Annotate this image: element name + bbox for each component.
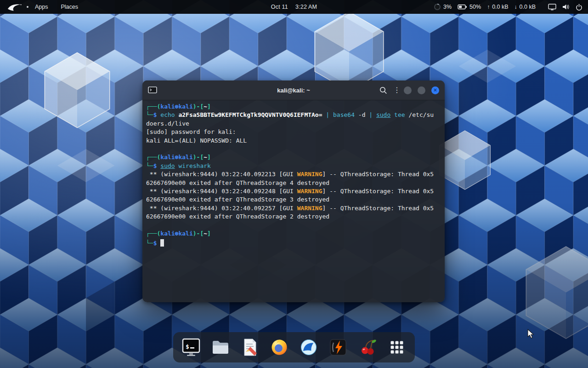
menu-apps[interactable]: Apps bbox=[28, 0, 55, 14]
cpu-graph-icon bbox=[434, 3, 441, 11]
terminal-text-segment: ] bbox=[207, 230, 211, 237]
terminal-window-icon bbox=[148, 86, 157, 94]
terminal-line: ** (wireshark:9444) 03:22:40.092257 [GUI… bbox=[146, 204, 441, 213]
terminal-line: 62667690e00 exited after QThreadStorage … bbox=[146, 179, 441, 187]
dock-text-editor[interactable] bbox=[239, 337, 260, 358]
terminal-line: 62667690e00 exited after QThreadStorage … bbox=[146, 196, 441, 204]
terminal-text-segment: ] bbox=[207, 103, 211, 110]
panel-left: Apps Places bbox=[0, 0, 85, 14]
terminal-line: ** (wireshark:9444) 03:22:40.092213 [GUI… bbox=[146, 170, 441, 178]
mouse-pointer bbox=[527, 329, 535, 339]
terminal-line: kali ALL=(ALL) NOPASSWD: ALL bbox=[146, 137, 441, 145]
display-indicator[interactable] bbox=[548, 0, 556, 14]
firefox-icon bbox=[269, 337, 290, 358]
dock-file-manager[interactable] bbox=[210, 337, 231, 358]
cpu-value: 3% bbox=[443, 4, 452, 10]
terminal-text-segment: 62667690e00 exited after QThreadStorage … bbox=[146, 213, 329, 220]
terminal-text-segment: ~ bbox=[204, 103, 207, 110]
terminal-text-segment: $ bbox=[153, 162, 161, 169]
terminal-text-segment: ] -- QThreadStorage: Thread 0x5 bbox=[322, 188, 434, 195]
dock-terminal[interactable]: $ bbox=[181, 337, 202, 358]
terminal-text-segment: WARNING bbox=[297, 171, 322, 178]
terminal-line bbox=[146, 221, 441, 230]
terminal-text-segment: └─ bbox=[146, 111, 153, 118]
terminal-text-segment: ┌──( bbox=[146, 154, 160, 161]
terminal-text-segment: kali⊛kali bbox=[160, 103, 192, 110]
terminal-text-segment: base64 bbox=[333, 111, 358, 118]
battery-icon bbox=[458, 4, 467, 10]
terminal-text-segment: kali ALL=(ALL) NOPASSWD: ALL bbox=[146, 137, 247, 144]
cherrytree-icon bbox=[357, 337, 378, 358]
burpsuite-icon bbox=[328, 337, 349, 358]
top-panel: Apps Places Oct 11 3:22 AM 3% 50% ↑ 0.0 … bbox=[0, 0, 588, 14]
upload-arrow-icon: ↑ bbox=[487, 4, 490, 10]
panel-right: 3% 50% ↑ 0.0 kB ↓ 0.0 kB bbox=[434, 0, 588, 14]
clock-time: 3:22 AM bbox=[295, 4, 317, 10]
terminal-line: └─$ echo a2FsaSBBTEw9KEFMTCkgTk9QQVNTV0Q… bbox=[146, 111, 441, 119]
dock-cherrytree[interactable] bbox=[357, 337, 378, 358]
terminal-line: ** (wireshark:9444) 03:22:40.092248 [GUI… bbox=[146, 187, 441, 196]
terminal-text-segment bbox=[390, 111, 394, 118]
search-icon[interactable] bbox=[379, 86, 387, 94]
net-down-value: 0.0 kB bbox=[520, 4, 536, 10]
terminal-text-segment: $ bbox=[153, 240, 161, 247]
net-down-indicator[interactable]: ↓ 0.0 kB bbox=[514, 0, 536, 14]
terminal-text-segment: tee bbox=[394, 111, 405, 118]
terminal-text-segment: | bbox=[326, 111, 333, 118]
kali-menu-button[interactable] bbox=[6, 0, 24, 14]
terminal-text-segment: sudo bbox=[376, 111, 390, 118]
terminal-text-segment: wireshark bbox=[178, 162, 210, 169]
terminal-text-segment: 62667690e00 exited after QThreadStorage … bbox=[146, 179, 329, 186]
download-arrow-icon: ↓ bbox=[514, 4, 517, 10]
menu-kebab-icon[interactable]: ⋮ bbox=[393, 86, 398, 94]
menu-places[interactable]: Places bbox=[55, 0, 85, 14]
battery-value: 50% bbox=[469, 4, 481, 10]
terminal-body[interactable]: ┌──(kali⊛kali)-[~]└─$ echo a2FsaSBBTEw9K… bbox=[142, 100, 445, 302]
power-indicator[interactable] bbox=[576, 0, 582, 14]
dock-burpsuite[interactable] bbox=[328, 337, 349, 358]
net-up-indicator[interactable]: ↑ 0.0 kB bbox=[487, 0, 508, 14]
terminal-text-segment: | bbox=[369, 111, 376, 118]
dock-wireshark[interactable] bbox=[298, 337, 319, 358]
terminal-text-segment: ┌──( bbox=[146, 230, 160, 237]
net-up-value: 0.0 kB bbox=[492, 4, 508, 10]
terminal-text-segment: ** (wireshark:9444) 03:22:40.092213 [GUI bbox=[146, 171, 297, 178]
terminal-line: └─$ sudo wireshark bbox=[146, 162, 441, 170]
terminal-text-segment: └─ bbox=[146, 162, 153, 169]
terminal-text-segment: )-[ bbox=[193, 154, 204, 161]
volume-indicator[interactable] bbox=[562, 0, 570, 14]
svg-text:$: $ bbox=[186, 343, 189, 350]
terminal-text-segment: )-[ bbox=[193, 230, 204, 237]
kali-logo-icon bbox=[7, 2, 22, 12]
text-editor-icon bbox=[239, 337, 260, 358]
terminal-line: ┌──(kali⊛kali)-[~] bbox=[146, 103, 441, 111]
terminal-text-segment: WARNING bbox=[297, 205, 322, 212]
terminal-line bbox=[146, 145, 441, 153]
close-icon: × bbox=[434, 87, 437, 93]
terminal-text-segment: [sudo] password for kali: bbox=[146, 128, 240, 135]
speaker-icon bbox=[562, 4, 570, 10]
minimize-button[interactable] bbox=[404, 86, 412, 94]
terminal-line: ┌──(kali⊛kali)-[~] bbox=[146, 230, 441, 238]
terminal-text-segment: ~ bbox=[204, 154, 207, 161]
terminal-titlebar[interactable]: kali@kali: ~ ⋮ × bbox=[142, 80, 445, 100]
cpu-indicator[interactable]: 3% bbox=[434, 0, 452, 14]
terminal-text-segment: /etc/su bbox=[405, 111, 434, 118]
terminal-text-segment: 62667690e00 exited after QThreadStorage … bbox=[146, 196, 329, 203]
terminal-text-segment: ] bbox=[207, 154, 211, 161]
battery-indicator[interactable]: 50% bbox=[458, 0, 481, 14]
terminal-text-segment: ** (wireshark:9444) 03:22:40.092257 [GUI bbox=[146, 205, 297, 212]
terminal-line: ┌──(kali⊛kali)-[~] bbox=[146, 153, 441, 161]
terminal-line: [sudo] password for kali: bbox=[146, 128, 441, 136]
dock-app-grid[interactable] bbox=[386, 337, 407, 358]
terminal-text-segment: a2FsaSBBTEw9KEFMTCkgTk9QQVNTV0Q6IEFMTAo= bbox=[178, 111, 322, 118]
dock-firefox[interactable] bbox=[269, 337, 290, 358]
clock[interactable]: Oct 11 3:22 AM bbox=[271, 0, 317, 14]
clock-date: Oct 11 bbox=[271, 4, 288, 10]
titlebar-controls: ⋮ × bbox=[379, 86, 439, 94]
terminal-text-segment: ] -- QThreadStorage: Thread 0x5 bbox=[322, 205, 434, 212]
maximize-button[interactable] bbox=[418, 86, 425, 94]
terminal-text-segment: └─ bbox=[146, 240, 153, 247]
terminal-line: 62667690e00 exited after QThreadStorage … bbox=[146, 213, 441, 221]
close-button[interactable]: × bbox=[431, 86, 439, 94]
